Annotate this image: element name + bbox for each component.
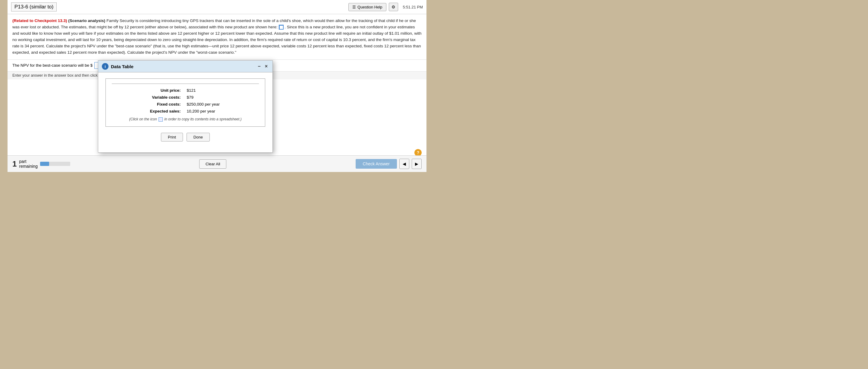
table-row: Fixed costs: $250,000 per year [112, 101, 259, 108]
part-label-line2: remaining [19, 164, 37, 169]
modal-header-left: i Data Table [102, 63, 133, 70]
unit-price-label: Unit price: [112, 87, 184, 94]
prev-button[interactable]: ◀ [399, 159, 409, 169]
variable-costs-label: Variable costs: [112, 94, 184, 101]
part-info: 1 part remaining [12, 159, 70, 169]
copy-note: (Click on the icon in order to copy its … [112, 117, 259, 121]
prev-icon: ◀ [403, 162, 406, 166]
question-help-icon: ☰ [352, 5, 356, 9]
table-divider [112, 84, 259, 84]
modal-header: i Data Table − × [98, 61, 273, 73]
question-help-label: Question Help [358, 5, 382, 9]
info-letter: i [104, 64, 106, 69]
modal-minimize-button[interactable]: − [256, 64, 261, 69]
print-button[interactable]: Print [161, 133, 183, 142]
data-table: Unit price: $121 Variable costs: $79 Fix… [112, 87, 259, 115]
copy-icon[interactable] [158, 117, 163, 121]
progress-bar-fill [40, 162, 49, 166]
clear-all-button[interactable]: Clear All [199, 159, 226, 169]
copy-note-text1: (Click on the icon [129, 117, 157, 121]
bottom-bar: 1 part remaining Clear All Check Answer … [7, 155, 427, 172]
fixed-costs-label: Fixed costs: [112, 101, 184, 108]
progress-bar [40, 162, 70, 166]
time-display: 5:51.21 PM [403, 5, 423, 9]
question-help-button[interactable]: ☰ Question Help [348, 3, 386, 11]
modal-info-icon: i [102, 63, 108, 70]
check-answer-button[interactable]: Check Answer [355, 159, 397, 169]
unit-price-value: $121 [184, 87, 259, 94]
next-icon: ▶ [415, 162, 418, 166]
modal-body: Unit price: $121 Variable costs: $79 Fix… [98, 73, 273, 152]
part-label: part remaining [19, 159, 37, 169]
next-button[interactable]: ▶ [412, 159, 422, 169]
modal-title: Data Table [111, 64, 133, 69]
variable-costs-value: $79 [184, 94, 259, 101]
bottom-center: Clear All [75, 159, 351, 169]
header-right: ☰ Question Help ⚙ 5:51.21 PM [348, 3, 423, 11]
data-table-modal: i Data Table − × Unit price: $121 [98, 60, 273, 153]
data-table-grid-icon[interactable] [279, 25, 284, 30]
page-header: P13-6 (similar to) ☰ Question Help ⚙ 5:5… [7, 0, 427, 14]
question-body: (Related to Checkpoint 13.3) (Scenario a… [7, 14, 427, 59]
copy-note-text2: in order to copy its contents into a spr… [164, 117, 241, 121]
page-title: P13-6 (similar to) [11, 2, 57, 11]
table-row: Variable costs: $79 [112, 94, 259, 101]
bottom-right: Check Answer ◀ ▶ [355, 159, 422, 169]
data-table-box: Unit price: $121 Variable costs: $79 Fix… [105, 79, 265, 127]
modal-close-button[interactable]: × [264, 64, 269, 69]
table-row: Unit price: $121 [112, 87, 259, 94]
part-label-line1: part [19, 159, 37, 164]
gear-icon: ⚙ [392, 4, 396, 9]
modal-footer: Print Done [105, 133, 265, 146]
checkpoint-label: (Related to Checkpoint 13.3) [12, 19, 67, 23]
modal-controls: − × [256, 64, 269, 69]
scenario-label: (Scenario analysis) [68, 19, 105, 23]
fixed-costs-value: $250,000 per year [184, 101, 259, 108]
expected-sales-label: Expected sales: [112, 108, 184, 115]
help-icon: ? [417, 150, 420, 155]
table-row: Expected sales: 10,200 per year [112, 108, 259, 115]
answer-prefix-text: The NPV for the best-case scenario will … [12, 63, 93, 67]
expected-sales-value: 10,200 per year [184, 108, 259, 115]
gear-button[interactable]: ⚙ [389, 3, 398, 11]
done-button[interactable]: Done [187, 133, 210, 142]
part-number: 1 [12, 159, 17, 169]
